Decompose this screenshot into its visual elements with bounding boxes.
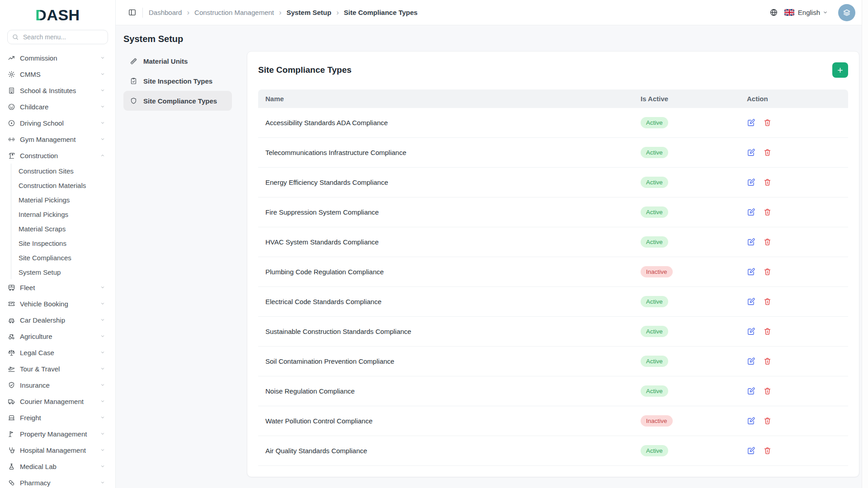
status-badge: Active [641, 236, 668, 248]
sidebar-item-medical-lab[interactable]: Medical Lab [0, 458, 115, 474]
trash-icon [763, 267, 772, 276]
uk-flag-icon[interactable] [784, 9, 794, 16]
sidebar-subitem-construction-materials[interactable]: Construction Materials [11, 178, 115, 192]
delete-button[interactable] [763, 297, 772, 306]
add-button[interactable] [832, 62, 848, 78]
sidebar-item-hospital-management[interactable]: Hospital Management [0, 442, 115, 458]
edit-button[interactable] [747, 417, 755, 425]
subnav-item-material-units[interactable]: Material Units [123, 51, 232, 71]
globe-icon[interactable] [769, 8, 778, 17]
chevron-down-icon [100, 350, 105, 355]
compliance-name: Soil Contamination Prevention Compliance [258, 357, 641, 365]
edit-button[interactable] [747, 118, 755, 127]
edit-button[interactable] [747, 238, 755, 246]
chevron-down-icon[interactable] [822, 9, 828, 15]
gear-icon [8, 70, 15, 78]
tractor-icon [8, 333, 15, 340]
table-row: Telecommunications Infrastructure Compli… [258, 138, 848, 168]
ruler-icon [130, 57, 137, 65]
delete-button[interactable] [763, 208, 772, 216]
sidebar-item-gym-management[interactable]: Gym Management [0, 131, 115, 147]
trash-icon [763, 297, 772, 306]
smiley-icon [8, 103, 15, 111]
breadcrumb-item-system-setup[interactable]: System Setup [287, 9, 331, 16]
sidebar-item-legal-case[interactable]: Legal Case [0, 344, 115, 361]
compliance-name: Sustainable Construction Standards Compl… [258, 328, 641, 335]
edit-button[interactable] [747, 357, 755, 366]
delete-button[interactable] [763, 446, 772, 455]
breadcrumb-item-dashboard[interactable]: Dashboard [149, 9, 182, 16]
edit-button[interactable] [747, 297, 755, 306]
sidebar-item-tour-travel[interactable]: Tour & Travel [0, 361, 115, 377]
delete-button[interactable] [763, 118, 772, 127]
delete-button[interactable] [763, 267, 772, 276]
brand-logo[interactable]: DASH [0, 6, 115, 23]
page-scrollbar[interactable] [862, 0, 868, 488]
sidebar-item-courier-management[interactable]: Courier Management [0, 393, 115, 409]
delete-button[interactable] [763, 238, 772, 246]
sidebar-item-property-management[interactable]: Property Management [0, 426, 115, 442]
sidebar-subitem-material-pickings[interactable]: Material Pickings [11, 192, 115, 207]
compliance-name: Water Pollution Control Compliance [258, 417, 641, 425]
edit-button[interactable] [747, 148, 755, 157]
delete-button[interactable] [763, 357, 772, 366]
sidebar-item-school-institutes[interactable]: School & Institutes [0, 82, 115, 99]
edit-button[interactable] [747, 267, 755, 276]
compliance-name: Telecommunications Infrastructure Compli… [258, 149, 641, 156]
table-row: Sustainable Construction Standards Compl… [258, 317, 848, 347]
sidebar-item-cmms[interactable]: CMMS [0, 66, 115, 82]
sidebar-subitem-internal-pickings[interactable]: Internal Pickings [11, 207, 115, 221]
column-header-name: Name [258, 95, 641, 103]
edit-button[interactable] [747, 446, 755, 455]
breadcrumb-separator: › [279, 9, 282, 16]
status-badge: Active [641, 117, 668, 128]
avatar[interactable] [838, 4, 855, 21]
sidebar-subitem-system-setup[interactable]: System Setup [11, 265, 115, 279]
subnav-item-site-inspection-types[interactable]: Site Inspection Types [123, 71, 232, 91]
sidebar-item-pharmacy[interactable]: Pharmacy [0, 474, 115, 488]
sidebar-item-commission[interactable]: Commission [0, 50, 115, 66]
table-row: Fire Suppression System Compliance Activ… [258, 197, 848, 227]
sidebar-item-fleet[interactable]: Fleet [0, 279, 115, 296]
breadcrumb-item-site-compliance-types[interactable]: Site Compliance Types [344, 9, 418, 16]
sidebar-toggle-icon[interactable] [128, 8, 137, 17]
delete-button[interactable] [763, 417, 772, 425]
delete-button[interactable] [763, 148, 772, 157]
sidebar-item-car-dealership[interactable]: Car Dealership [0, 312, 115, 328]
sidebar-subitem-construction-sites[interactable]: Construction Sites [11, 164, 115, 178]
sidebar-subitem-site-inspections[interactable]: Site Inspections [11, 236, 115, 250]
compliance-name: Plumbing Code Regulation Compliance [258, 268, 641, 276]
breadcrumb-item-construction-management[interactable]: Construction Management [194, 9, 274, 16]
search-input[interactable] [7, 30, 108, 44]
edit-button[interactable] [747, 208, 755, 216]
trash-icon [763, 118, 772, 127]
sidebar-item-driving-school[interactable]: Driving School [0, 115, 115, 131]
sidebar-item-vehicle-booking[interactable]: Vehicle Booking [0, 296, 115, 312]
sidebar-item-insurance[interactable]: Insurance [0, 377, 115, 393]
status-badge: Active [641, 326, 668, 337]
edit-button[interactable] [747, 178, 755, 187]
delete-button[interactable] [763, 327, 772, 336]
edit-button[interactable] [747, 387, 755, 395]
search-icon [12, 33, 19, 41]
status-badge: Inactive [641, 415, 673, 427]
pills-icon [8, 479, 15, 487]
sidebar-item-freight[interactable]: Freight [0, 409, 115, 426]
shield-icon [130, 97, 137, 105]
chevron-up-icon [100, 153, 105, 158]
edit-button[interactable] [747, 327, 755, 336]
delete-button[interactable] [763, 387, 772, 395]
sidebar-subitem-site-compliances[interactable]: Site Compliances [11, 250, 115, 265]
language-selector[interactable]: English [798, 9, 820, 16]
edit-icon [747, 417, 755, 425]
sidebar-subitem-material-scraps[interactable]: Material Scraps [11, 221, 115, 236]
sidebar-item-agriculture[interactable]: Agriculture [0, 328, 115, 344]
subnav-item-site-compliance-types[interactable]: Site Compliance Types [123, 91, 232, 111]
delete-button[interactable] [763, 178, 772, 187]
table-row: Energy Efficiency Standards Compliance A… [258, 168, 848, 197]
compliance-name: Noise Regulation Compliance [258, 387, 641, 395]
card-header: Site Compliance Types [258, 62, 848, 78]
compliance-name: HVAC System Standards Compliance [258, 238, 641, 246]
sidebar-item-childcare[interactable]: Childcare [0, 99, 115, 115]
sidebar-item-construction[interactable]: Construction [0, 147, 115, 164]
